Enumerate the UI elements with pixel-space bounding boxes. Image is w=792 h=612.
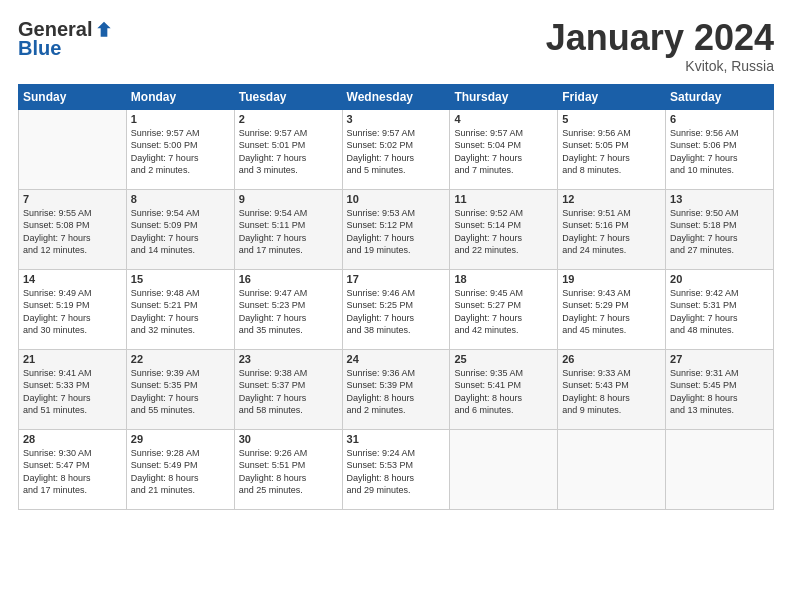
day-info: Sunrise: 9:52 AM Sunset: 5:14 PM Dayligh… bbox=[454, 207, 553, 257]
calendar-cell: 4Sunrise: 9:57 AM Sunset: 5:04 PM Daylig… bbox=[450, 109, 558, 189]
day-info: Sunrise: 9:43 AM Sunset: 5:29 PM Dayligh… bbox=[562, 287, 661, 337]
day-info: Sunrise: 9:45 AM Sunset: 5:27 PM Dayligh… bbox=[454, 287, 553, 337]
day-number: 28 bbox=[23, 433, 122, 445]
day-number: 11 bbox=[454, 193, 553, 205]
day-info: Sunrise: 9:30 AM Sunset: 5:47 PM Dayligh… bbox=[23, 447, 122, 497]
logo-icon bbox=[94, 20, 114, 40]
header: General Blue January 2024 Kvitok, Russia bbox=[18, 18, 774, 74]
day-number: 27 bbox=[670, 353, 769, 365]
header-sunday: Sunday bbox=[19, 84, 127, 109]
day-number: 4 bbox=[454, 113, 553, 125]
day-number: 20 bbox=[670, 273, 769, 285]
day-number: 29 bbox=[131, 433, 230, 445]
day-info: Sunrise: 9:33 AM Sunset: 5:43 PM Dayligh… bbox=[562, 367, 661, 417]
day-info: Sunrise: 9:36 AM Sunset: 5:39 PM Dayligh… bbox=[347, 367, 446, 417]
calendar-cell: 7Sunrise: 9:55 AM Sunset: 5:08 PM Daylig… bbox=[19, 189, 127, 269]
day-info: Sunrise: 9:28 AM Sunset: 5:49 PM Dayligh… bbox=[131, 447, 230, 497]
day-info: Sunrise: 9:56 AM Sunset: 5:06 PM Dayligh… bbox=[670, 127, 769, 177]
calendar-cell: 11Sunrise: 9:52 AM Sunset: 5:14 PM Dayli… bbox=[450, 189, 558, 269]
header-friday: Friday bbox=[558, 84, 666, 109]
day-number: 10 bbox=[347, 193, 446, 205]
day-number: 26 bbox=[562, 353, 661, 365]
day-info: Sunrise: 9:57 AM Sunset: 5:04 PM Dayligh… bbox=[454, 127, 553, 177]
calendar-cell: 16Sunrise: 9:47 AM Sunset: 5:23 PM Dayli… bbox=[234, 269, 342, 349]
day-info: Sunrise: 9:48 AM Sunset: 5:21 PM Dayligh… bbox=[131, 287, 230, 337]
calendar-cell: 3Sunrise: 9:57 AM Sunset: 5:02 PM Daylig… bbox=[342, 109, 450, 189]
day-info: Sunrise: 9:56 AM Sunset: 5:05 PM Dayligh… bbox=[562, 127, 661, 177]
day-info: Sunrise: 9:53 AM Sunset: 5:12 PM Dayligh… bbox=[347, 207, 446, 257]
logo: General Blue bbox=[18, 18, 114, 60]
day-number: 15 bbox=[131, 273, 230, 285]
day-number: 14 bbox=[23, 273, 122, 285]
day-info: Sunrise: 9:51 AM Sunset: 5:16 PM Dayligh… bbox=[562, 207, 661, 257]
day-number: 12 bbox=[562, 193, 661, 205]
header-thursday: Thursday bbox=[450, 84, 558, 109]
calendar-cell: 10Sunrise: 9:53 AM Sunset: 5:12 PM Dayli… bbox=[342, 189, 450, 269]
calendar-cell: 14Sunrise: 9:49 AM Sunset: 5:19 PM Dayli… bbox=[19, 269, 127, 349]
day-number: 21 bbox=[23, 353, 122, 365]
day-number: 3 bbox=[347, 113, 446, 125]
day-info: Sunrise: 9:54 AM Sunset: 5:09 PM Dayligh… bbox=[131, 207, 230, 257]
calendar-cell: 27Sunrise: 9:31 AM Sunset: 5:45 PM Dayli… bbox=[666, 349, 774, 429]
day-info: Sunrise: 9:46 AM Sunset: 5:25 PM Dayligh… bbox=[347, 287, 446, 337]
day-number: 8 bbox=[131, 193, 230, 205]
calendar-cell: 20Sunrise: 9:42 AM Sunset: 5:31 PM Dayli… bbox=[666, 269, 774, 349]
day-number: 16 bbox=[239, 273, 338, 285]
week-row-4: 28Sunrise: 9:30 AM Sunset: 5:47 PM Dayli… bbox=[19, 429, 774, 509]
day-info: Sunrise: 9:38 AM Sunset: 5:37 PM Dayligh… bbox=[239, 367, 338, 417]
day-info: Sunrise: 9:31 AM Sunset: 5:45 PM Dayligh… bbox=[670, 367, 769, 417]
day-number: 13 bbox=[670, 193, 769, 205]
day-number: 23 bbox=[239, 353, 338, 365]
header-saturday: Saturday bbox=[666, 84, 774, 109]
day-number: 24 bbox=[347, 353, 446, 365]
calendar-cell: 1Sunrise: 9:57 AM Sunset: 5:00 PM Daylig… bbox=[126, 109, 234, 189]
calendar-cell: 12Sunrise: 9:51 AM Sunset: 5:16 PM Dayli… bbox=[558, 189, 666, 269]
day-number: 19 bbox=[562, 273, 661, 285]
title-location: Kvitok, Russia bbox=[546, 58, 774, 74]
week-row-1: 7Sunrise: 9:55 AM Sunset: 5:08 PM Daylig… bbox=[19, 189, 774, 269]
calendar-cell: 2Sunrise: 9:57 AM Sunset: 5:01 PM Daylig… bbox=[234, 109, 342, 189]
calendar-cell: 21Sunrise: 9:41 AM Sunset: 5:33 PM Dayli… bbox=[19, 349, 127, 429]
calendar-cell: 19Sunrise: 9:43 AM Sunset: 5:29 PM Dayli… bbox=[558, 269, 666, 349]
calendar-table: SundayMondayTuesdayWednesdayThursdayFrid… bbox=[18, 84, 774, 510]
day-number: 1 bbox=[131, 113, 230, 125]
calendar-cell: 22Sunrise: 9:39 AM Sunset: 5:35 PM Dayli… bbox=[126, 349, 234, 429]
day-info: Sunrise: 9:35 AM Sunset: 5:41 PM Dayligh… bbox=[454, 367, 553, 417]
week-row-3: 21Sunrise: 9:41 AM Sunset: 5:33 PM Dayli… bbox=[19, 349, 774, 429]
day-info: Sunrise: 9:57 AM Sunset: 5:02 PM Dayligh… bbox=[347, 127, 446, 177]
calendar-cell bbox=[450, 429, 558, 509]
calendar-cell: 9Sunrise: 9:54 AM Sunset: 5:11 PM Daylig… bbox=[234, 189, 342, 269]
calendar-cell bbox=[666, 429, 774, 509]
logo-blue: Blue bbox=[18, 37, 61, 60]
calendar-cell: 28Sunrise: 9:30 AM Sunset: 5:47 PM Dayli… bbox=[19, 429, 127, 509]
day-info: Sunrise: 9:57 AM Sunset: 5:01 PM Dayligh… bbox=[239, 127, 338, 177]
calendar-cell: 8Sunrise: 9:54 AM Sunset: 5:09 PM Daylig… bbox=[126, 189, 234, 269]
day-number: 25 bbox=[454, 353, 553, 365]
calendar-cell: 18Sunrise: 9:45 AM Sunset: 5:27 PM Dayli… bbox=[450, 269, 558, 349]
week-row-2: 14Sunrise: 9:49 AM Sunset: 5:19 PM Dayli… bbox=[19, 269, 774, 349]
title-month: January 2024 bbox=[546, 18, 774, 58]
day-info: Sunrise: 9:54 AM Sunset: 5:11 PM Dayligh… bbox=[239, 207, 338, 257]
calendar-cell bbox=[19, 109, 127, 189]
header-row: SundayMondayTuesdayWednesdayThursdayFrid… bbox=[19, 84, 774, 109]
day-info: Sunrise: 9:24 AM Sunset: 5:53 PM Dayligh… bbox=[347, 447, 446, 497]
calendar-cell: 31Sunrise: 9:24 AM Sunset: 5:53 PM Dayli… bbox=[342, 429, 450, 509]
day-info: Sunrise: 9:47 AM Sunset: 5:23 PM Dayligh… bbox=[239, 287, 338, 337]
day-number: 18 bbox=[454, 273, 553, 285]
week-row-0: 1Sunrise: 9:57 AM Sunset: 5:00 PM Daylig… bbox=[19, 109, 774, 189]
day-info: Sunrise: 9:50 AM Sunset: 5:18 PM Dayligh… bbox=[670, 207, 769, 257]
day-info: Sunrise: 9:26 AM Sunset: 5:51 PM Dayligh… bbox=[239, 447, 338, 497]
day-number: 9 bbox=[239, 193, 338, 205]
day-number: 7 bbox=[23, 193, 122, 205]
calendar-cell: 13Sunrise: 9:50 AM Sunset: 5:18 PM Dayli… bbox=[666, 189, 774, 269]
day-info: Sunrise: 9:55 AM Sunset: 5:08 PM Dayligh… bbox=[23, 207, 122, 257]
calendar-cell: 25Sunrise: 9:35 AM Sunset: 5:41 PM Dayli… bbox=[450, 349, 558, 429]
title-block: January 2024 Kvitok, Russia bbox=[546, 18, 774, 74]
day-number: 31 bbox=[347, 433, 446, 445]
day-info: Sunrise: 9:39 AM Sunset: 5:35 PM Dayligh… bbox=[131, 367, 230, 417]
day-info: Sunrise: 9:41 AM Sunset: 5:33 PM Dayligh… bbox=[23, 367, 122, 417]
day-number: 22 bbox=[131, 353, 230, 365]
header-tuesday: Tuesday bbox=[234, 84, 342, 109]
day-number: 17 bbox=[347, 273, 446, 285]
calendar-cell: 6Sunrise: 9:56 AM Sunset: 5:06 PM Daylig… bbox=[666, 109, 774, 189]
